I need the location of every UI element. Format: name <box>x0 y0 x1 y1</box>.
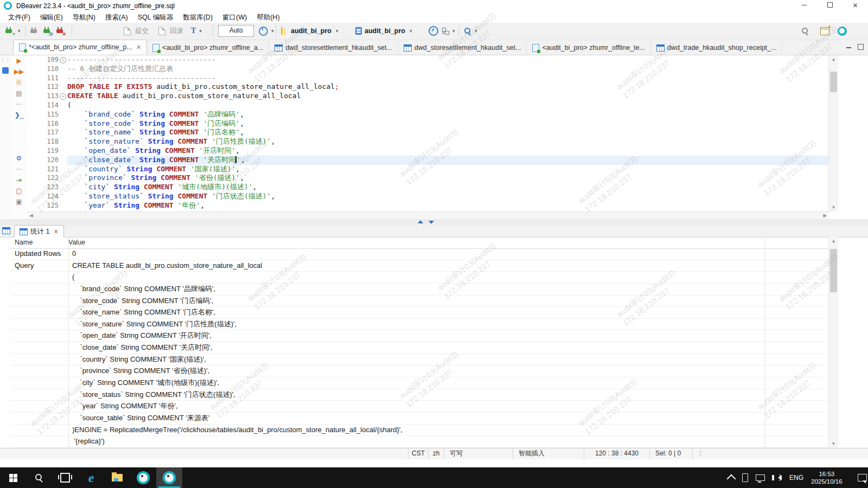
table-row[interactable]: `open_date` String COMMENT '开店时间', <box>11 330 829 342</box>
reconnect-icon[interactable]: ⟳ <box>43 27 51 35</box>
grid-icon[interactable] <box>2 227 10 234</box>
quick-search-button[interactable] <box>801 23 809 39</box>
panel-splitter[interactable] <box>0 219 868 225</box>
usb-icon[interactable] <box>742 473 748 482</box>
connect-icon[interactable] <box>30 27 38 35</box>
open-console-icon[interactable]: ❯_ <box>11 110 27 120</box>
status-overflow-icon[interactable]: ⋮ <box>692 448 708 459</box>
dashboard-button[interactable] <box>429 23 438 39</box>
notification-center-icon[interactable] <box>858 474 867 481</box>
menu-item[interactable]: 帮助(H) <box>252 12 284 23</box>
minimize-editor-icon[interactable] <box>846 47 851 48</box>
scroll-down-icon[interactable]: ▼ <box>829 440 838 448</box>
editor-tab[interactable]: <audit_bi_pro> zhumr_offline_a... <box>147 41 269 55</box>
more-actions-icon[interactable]: ⋯ <box>11 164 27 175</box>
network-icon[interactable] <box>756 474 765 481</box>
database-selector[interactable]: audit_bi_pro ▾ <box>281 23 339 39</box>
table-row[interactable]: `country` String COMMENT '国家(描述)', <box>11 354 829 366</box>
table-row[interactable]: `close_date` String COMMENT '关店时间', <box>11 342 829 354</box>
editor-tab[interactable]: *<audit_bi_pro> zhumr_offline_p...✕ <box>13 40 147 55</box>
execute-statement-icon[interactable]: ▶ <box>11 55 27 66</box>
dbeaver-taskbar-button-active[interactable] <box>156 467 182 488</box>
menu-item[interactable]: 数据库(D) <box>178 12 218 23</box>
table-row[interactable]: `store_name` String COMMENT '门店名称', <box>11 307 829 319</box>
dbeaver-taskbar-button[interactable] <box>130 467 156 488</box>
table-row[interactable]: `year` String COMMENT '年份', <box>11 401 829 413</box>
menu-item[interactable]: 窗口(W) <box>218 12 252 23</box>
editor-vertical-scrollbar[interactable]: ▲ ▼ <box>828 55 838 211</box>
table-row[interactable]: Updated Rows0 <box>11 248 829 260</box>
table-row[interactable]: `province` String COMMENT '省份(描述)', <box>11 365 829 377</box>
transaction-mode-button[interactable]: T ▾ <box>191 23 202 39</box>
column-header-name[interactable]: Name <box>15 239 33 246</box>
db-search-button[interactable]: ▾ <box>464 23 477 39</box>
scroll-left-icon[interactable]: ◀ <box>27 212 35 220</box>
grid-body[interactable]: Updated Rows0QueryCREATE TABLE audit_bi_… <box>11 248 829 448</box>
volume-icon[interactable] <box>778 475 782 480</box>
table-row[interactable]: QueryCREATE TABLE audit_bi_pro.custom_st… <box>11 260 829 272</box>
scrollbar-thumb[interactable] <box>830 72 837 92</box>
internet-explorer-button[interactable]: e <box>78 467 104 488</box>
file-explorer-button[interactable] <box>104 467 130 488</box>
task-view-button[interactable] <box>52 467 78 488</box>
minimize-button[interactable] <box>792 0 817 12</box>
chevron-down-icon[interactable]: ▾ <box>18 28 21 34</box>
scroll-right-icon[interactable]: ▶ <box>821 212 829 220</box>
execute-script-icon[interactable]: ▶▶ <box>11 66 27 77</box>
menu-item[interactable]: SQL 编辑器 <box>133 12 178 23</box>
unsaved-file-icon[interactable]: ▢ <box>11 185 27 196</box>
table-row[interactable]: `brand_code` String COMMENT '品牌编码', <box>11 284 829 296</box>
grid-vertical-scrollbar[interactable]: ▲ ▼ <box>828 237 838 448</box>
close-icon[interactable]: ✕ <box>136 44 141 51</box>
table-row[interactable]: `store_status` String COMMENT '门店状态(描述)'… <box>11 389 829 401</box>
menu-item[interactable]: 编辑(E) <box>35 12 68 23</box>
menu-item[interactable]: 搜索(A) <box>100 12 133 23</box>
copy-icon[interactable]: ▤ <box>11 88 27 99</box>
close-icon[interactable]: ✕ <box>53 228 58 235</box>
commit-mode-combo[interactable]: Auto <box>218 25 254 37</box>
table-row[interactable]: `store_nature` String COMMENT '门店性质(描述)'… <box>11 319 829 331</box>
menu-item[interactable]: 导航(N) <box>68 12 100 23</box>
table-row[interactable]: `source_table` String COMMENT '来源表' <box>11 413 829 425</box>
scrollbar-thumb[interactable] <box>830 249 837 292</box>
scroll-up-icon[interactable]: ▲ <box>829 55 838 63</box>
taskbar-search-button[interactable] <box>26 467 52 488</box>
restore-panel-icon[interactable] <box>418 220 423 223</box>
transaction-log-button[interactable]: ▾ <box>259 23 274 39</box>
drag-handle-icon[interactable]: ⋮⋮ <box>0 57 11 63</box>
table-row[interactable]: )ENGINE = ReplicatedMergeTree('/clickhou… <box>11 425 829 436</box>
table-row[interactable]: `store_code` String COMMENT '门店编码', <box>11 296 829 307</box>
schema-selector[interactable]: audit_bi_pro ▾ <box>355 23 412 39</box>
taskbar-clock[interactable]: 16:53 2025/10/16 <box>811 470 843 485</box>
editor-tab[interactable]: dwd_storesettlement_hkaudit_set... <box>269 41 398 55</box>
er-diagram-button[interactable]: ▾ <box>442 23 455 39</box>
fold-marker-icon[interactable]: − <box>60 57 66 63</box>
disconnect-icon[interactable]: ✕ <box>56 27 64 35</box>
perspective-button[interactable] <box>820 23 829 39</box>
restore-button[interactable] <box>817 0 843 12</box>
menu-item[interactable]: 文件(F) <box>3 12 35 23</box>
editor-tab[interactable]: dwd_trade_hkaudit_shop_receipt_... <box>651 41 783 55</box>
editor-tab[interactable]: <audit_bi_pro> zhumr_offline_te... <box>527 41 650 55</box>
database-navigator-icon[interactable] <box>2 67 9 74</box>
file-icon[interactable]: ▣ <box>11 196 27 207</box>
minimize-panel-icon[interactable] <box>429 221 434 224</box>
maximize-editor-icon[interactable] <box>858 44 864 50</box>
start-button[interactable] <box>0 467 26 488</box>
more-actions-icon[interactable]: ⋯ <box>11 99 27 110</box>
new-connection-icon[interactable]: + <box>5 27 13 35</box>
tray-expand-icon[interactable] <box>727 474 736 484</box>
export-file-icon[interactable]: ⇥ <box>11 175 27 185</box>
code-area[interactable]: 109−-----------------------------------1… <box>27 55 829 211</box>
fold-marker-icon[interactable]: − <box>60 93 66 100</box>
scroll-up-icon[interactable]: ▲ <box>829 237 838 245</box>
explain-plan-icon[interactable]: ⎘ <box>11 77 27 88</box>
column-header-value[interactable]: Value <box>68 239 85 246</box>
statistics-tab[interactable]: 统计 1 ✕ <box>14 225 64 237</box>
table-row[interactable]: `city` String COMMENT '城市(地级市)(描述)', <box>11 377 829 389</box>
rollback-button[interactable]: 回滚 <box>158 23 183 39</box>
commit-button[interactable]: 提交 <box>124 23 149 39</box>
table-row[interactable]: ( <box>11 272 829 284</box>
close-button[interactable]: ✕ <box>843 0 868 12</box>
editor-horizontal-scrollbar[interactable]: ◀ ▶ <box>27 211 829 220</box>
